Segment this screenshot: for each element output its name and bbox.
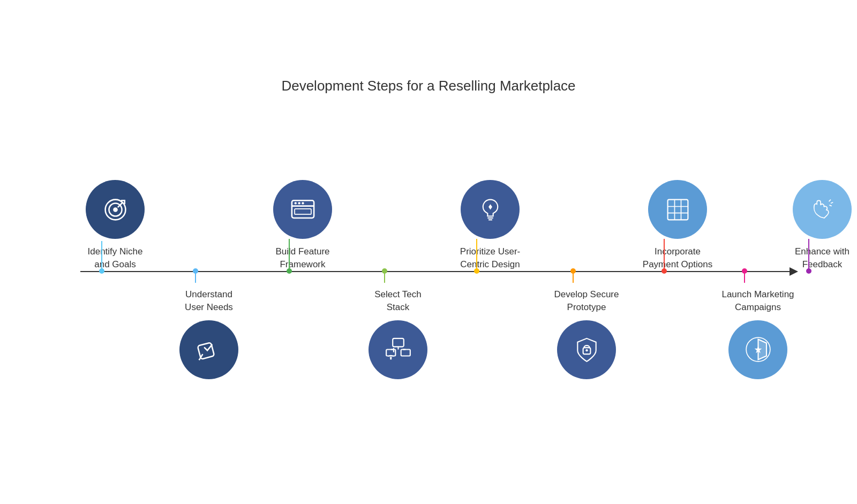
- svg-point-20: [390, 358, 392, 359]
- label-launch-marketing: Launch MarketingCampaigns: [712, 288, 803, 314]
- connector-step5: [476, 239, 477, 272]
- circle-select-tech: [369, 320, 427, 379]
- svg-rect-25: [667, 199, 688, 220]
- step-payment-options: IncorporatePayment Options: [632, 180, 723, 271]
- timeline-container: Identify Nicheand Goals UnderstandUser N…: [48, 126, 809, 426]
- label-understand-users: UnderstandUser Needs: [163, 288, 254, 314]
- svg-line-3: [117, 202, 122, 207]
- svg-line-33: [829, 199, 830, 201]
- svg-point-2: [113, 207, 118, 212]
- label-prioritize-design: Prioritize User-Centric Design: [445, 245, 536, 271]
- connector-step2: [195, 272, 196, 283]
- label-build-feature: Build FeatureFramework: [257, 245, 348, 271]
- axis-line: [80, 271, 793, 272]
- svg-line-34: [830, 202, 832, 203]
- circle-payment-options: [648, 180, 707, 239]
- connector-step4: [384, 272, 385, 283]
- step-develop-secure: Develop SecurePrototype: [541, 282, 632, 379]
- circle-build-feature: [273, 180, 332, 239]
- step-identify-niche: Identify Nicheand Goals: [70, 180, 161, 271]
- svg-line-6: [199, 359, 200, 360]
- circle-identify-niche: [86, 180, 145, 239]
- label-identify-niche: Identify Nicheand Goals: [70, 245, 161, 271]
- svg-point-11: [302, 202, 304, 204]
- step-enhance-feedback: Enhance withFeedback: [777, 180, 857, 271]
- circle-develop-secure: [557, 320, 616, 379]
- step-select-tech: Select TechStack: [352, 282, 443, 379]
- svg-point-10: [298, 202, 300, 204]
- connector-step1: [101, 241, 102, 272]
- svg-point-9: [294, 202, 296, 204]
- connector-step7: [664, 239, 665, 272]
- svg-point-24: [585, 349, 588, 351]
- connector-step9: [808, 239, 809, 272]
- step-build-feature: Build FeatureFramework: [257, 180, 348, 271]
- svg-rect-12: [295, 208, 311, 214]
- circle-understand-users: [179, 320, 238, 379]
- label-develop-secure: Develop SecurePrototype: [541, 288, 632, 314]
- step-prioritize-design: Prioritize User-Centric Design: [445, 180, 536, 271]
- connector-step8: [744, 272, 745, 283]
- svg-rect-16: [401, 350, 410, 356]
- circle-launch-marketing: [728, 320, 787, 379]
- circle-enhance-feedback: [793, 180, 852, 239]
- chart-title: Development Steps for a Reselling Market…: [281, 78, 575, 94]
- label-payment-options: IncorporatePayment Options: [632, 245, 723, 271]
- label-select-tech: Select TechStack: [352, 288, 443, 314]
- step-understand-users: UnderstandUser Needs: [163, 282, 254, 379]
- step-launch-marketing: Launch MarketingCampaigns: [712, 282, 803, 379]
- circle-prioritize-design: [461, 180, 520, 239]
- svg-line-35: [829, 205, 831, 206]
- connector-step3: [289, 239, 290, 272]
- svg-rect-13: [393, 338, 404, 347]
- connector-step6: [573, 272, 574, 283]
- label-enhance-feedback: Enhance withFeedback: [777, 245, 857, 271]
